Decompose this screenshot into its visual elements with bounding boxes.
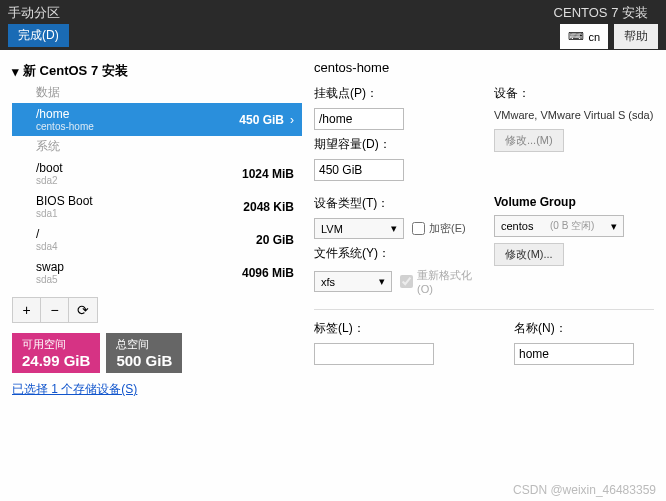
reload-button[interactable]: ⟳ <box>69 298 97 322</box>
partition-mount: swap <box>36 260 64 274</box>
partition-size: 2048 KiB <box>243 200 294 214</box>
partition-row-bios[interactable]: BIOS Boot sda1 2048 KiB <box>12 190 302 223</box>
caret-down-icon: ▾ <box>12 64 19 79</box>
install-title: CENTOS 7 安装 <box>554 4 648 22</box>
reformat-label: 重新格式化(O) <box>417 268 474 295</box>
partition-list-panel: ▾ 新 CentOS 7 安装 数据 /home centos-home 450… <box>12 60 302 398</box>
partition-detail-panel: centos-home 挂载点(P)： 期望容量(D)： 设备： VMware,… <box>314 60 654 398</box>
encrypt-checkbox[interactable] <box>412 222 425 235</box>
chevron-down-icon: ▾ <box>391 222 397 235</box>
partition-row-swap[interactable]: swap sda5 4096 MiB <box>12 256 302 289</box>
partition-device: sda1 <box>36 208 93 219</box>
name-label: 名称(N)： <box>514 320 634 337</box>
label-input[interactable] <box>314 343 434 365</box>
total-space-value: 500 GiB <box>116 352 172 369</box>
device-type-label: 设备类型(T)： <box>314 195 474 212</box>
category-data: 数据 <box>12 82 302 103</box>
name-input[interactable] <box>514 343 634 365</box>
device-type-select[interactable]: LVM ▾ <box>314 218 404 239</box>
partition-device: sda5 <box>36 274 64 285</box>
available-space-value: 24.99 GiB <box>22 352 90 369</box>
partition-mount: / <box>36 227 58 241</box>
partition-size: 1024 MiB <box>242 167 294 181</box>
keyboard-icon: ⌨ <box>568 30 584 43</box>
top-bar: 手动分区 完成(D) CENTOS 7 安装 ⌨ cn 帮助 <box>0 0 666 50</box>
mount-label: 挂载点(P)： <box>314 85 474 102</box>
reformat-checkbox <box>400 275 413 288</box>
partition-row-root[interactable]: / sda4 20 GiB <box>12 223 302 256</box>
volume-group-value: centos <box>501 220 533 232</box>
partition-mount: /home <box>36 107 94 121</box>
partition-toolbar: + − ⟳ <box>12 297 98 323</box>
total-space-box: 总空间 500 GiB <box>106 333 182 373</box>
screen-title: 手动分区 <box>8 4 69 22</box>
reformat-checkbox-row[interactable]: 重新格式化(O) <box>400 268 474 295</box>
filesystem-select[interactable]: xfs ▾ <box>314 271 392 292</box>
volume-group-label: Volume Group <box>494 195 654 209</box>
partition-row-boot[interactable]: /boot sda2 1024 MiB <box>12 157 302 190</box>
available-space-label: 可用空间 <box>22 337 90 352</box>
encrypt-label: 加密(E) <box>429 221 466 236</box>
install-section-header[interactable]: ▾ 新 CentOS 7 安装 <box>12 60 302 82</box>
storage-devices-link[interactable]: 已选择 1 个存储设备(S) <box>12 381 137 398</box>
help-button[interactable]: 帮助 <box>614 24 658 49</box>
partition-row-home[interactable]: /home centos-home 450 GiB › <box>12 103 302 136</box>
remove-partition-button[interactable]: − <box>41 298 69 322</box>
modify-device-button[interactable]: 修改...(M) <box>494 129 564 152</box>
device-label: 设备： <box>494 85 654 102</box>
volume-group-free: (0 B 空闲) <box>550 219 594 233</box>
partition-device: centos-home <box>36 121 94 132</box>
partition-mount: /boot <box>36 161 63 175</box>
detail-title: centos-home <box>314 60 654 75</box>
add-partition-button[interactable]: + <box>13 298 41 322</box>
device-text: VMware, VMware Virtual S (sda) <box>494 108 654 123</box>
chevron-down-icon: ▾ <box>379 275 385 288</box>
mount-input[interactable] <box>314 108 404 130</box>
partition-size: 450 GiB <box>239 113 284 127</box>
desired-label: 期望容量(D)： <box>314 136 474 153</box>
volume-group-select[interactable]: centos (0 B 空闲) ▾ <box>494 215 624 237</box>
partition-size: 4096 MiB <box>242 266 294 280</box>
category-system: 系统 <box>12 136 302 157</box>
filesystem-value: xfs <box>321 276 335 288</box>
available-space-box: 可用空间 24.99 GiB <box>12 333 100 373</box>
partition-device: sda4 <box>36 241 58 252</box>
watermark: CSDN @weixin_46483359 <box>513 483 656 497</box>
chevron-down-icon: ▾ <box>611 220 617 233</box>
keyboard-layout-indicator[interactable]: ⌨ cn <box>560 24 608 49</box>
label-label: 标签(L)： <box>314 320 434 337</box>
total-space-label: 总空间 <box>116 337 172 352</box>
encrypt-checkbox-row[interactable]: 加密(E) <box>412 221 466 236</box>
device-type-value: LVM <box>321 223 343 235</box>
desired-capacity-input[interactable] <box>314 159 404 181</box>
partition-mount: BIOS Boot <box>36 194 93 208</box>
partition-size: 20 GiB <box>256 233 294 247</box>
separator <box>314 309 654 310</box>
done-button[interactable]: 完成(D) <box>8 24 69 47</box>
filesystem-label: 文件系统(Y)： <box>314 245 474 262</box>
chevron-right-icon: › <box>290 113 294 127</box>
modify-vg-button[interactable]: 修改(M)... <box>494 243 564 266</box>
lang-code: cn <box>588 31 600 43</box>
partition-device: sda2 <box>36 175 63 186</box>
